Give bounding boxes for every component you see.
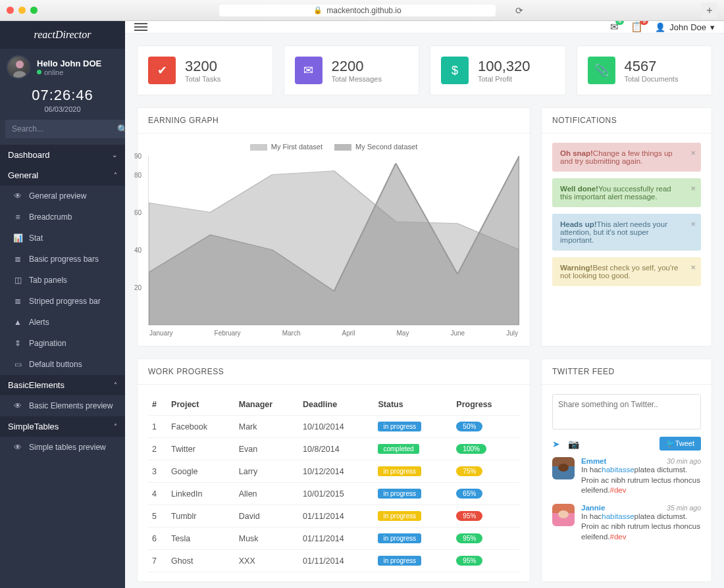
nav-item[interactable]: 📊Stat <box>0 228 125 249</box>
nav-item[interactable]: ▭Default buttons <box>0 354 125 375</box>
user-menu[interactable]: 👤 John Doe ▾ <box>655 22 715 32</box>
lock-icon: 🔒 <box>313 6 323 14</box>
twitter-panel: TWITTER FEED ➤ 📷 🐦Tweet Emmet30 min agoI… <box>541 358 712 582</box>
window-minimize-icon[interactable] <box>18 7 26 14</box>
table-row: 1FacebookMark10/10/2014in progress50% <box>148 416 519 438</box>
new-tab-button[interactable]: + <box>702 3 717 18</box>
table-header: Status <box>374 394 452 416</box>
nav-item-label: General preview <box>29 191 86 201</box>
status-badge: in progress <box>378 489 421 499</box>
status-badge: in progress <box>378 556 421 566</box>
table-row: 6TeslaMusk01/11/2014in progress95% <box>148 527 519 550</box>
status-badge: completed <box>378 444 419 454</box>
status-badge: in progress <box>378 511 421 521</box>
nav-item[interactable]: ≣Striped progress bar <box>0 291 125 312</box>
location-icon[interactable]: ➤ <box>552 439 560 449</box>
table-header: Deadline <box>299 394 374 416</box>
feed-author[interactable]: Jannie <box>581 504 605 512</box>
nav-basic-elements[interactable]: BasicElements˄ <box>0 375 125 395</box>
close-icon[interactable]: × <box>690 184 696 193</box>
window-maximize-icon[interactable] <box>30 7 38 14</box>
user-avatar-icon[interactable] <box>7 55 30 79</box>
tweet-textarea[interactable] <box>552 394 701 429</box>
chevron-up-icon: ˄ <box>114 172 117 179</box>
feed-hashtag[interactable]: #dev <box>609 486 626 494</box>
progress-badge: 95% <box>456 533 482 543</box>
nav-general[interactable]: General˄ <box>0 165 125 185</box>
legend-swatch-icon <box>334 144 351 151</box>
stat-label: Total Messages <box>332 75 382 83</box>
tasks-icon[interactable]: 📋9 <box>631 21 643 33</box>
nav-item[interactable]: ⇕Pagination <box>0 333 125 354</box>
feed-author[interactable]: Emmet <box>581 457 606 465</box>
nav-item[interactable]: ▲Alerts <box>0 312 125 333</box>
window-close-icon[interactable] <box>7 7 14 14</box>
sidebar: reactDirector Hello John DOE online 07:2… <box>0 21 125 588</box>
stat-value: 2200 <box>332 58 382 75</box>
user-status: online <box>44 68 63 76</box>
stat-label: Total Profit <box>478 75 530 83</box>
feed-text: In hachabitasseplatea dictumst. Proin ac… <box>581 512 701 543</box>
progress-badge: 95% <box>456 556 482 566</box>
avatar-icon[interactable] <box>552 504 575 526</box>
feed-link[interactable]: habitasse <box>602 512 634 520</box>
nav-item-label: Basic progress bars <box>29 255 99 264</box>
reload-icon[interactable]: ⟳ <box>515 5 523 16</box>
alert-success: ×Well done!You successfully read this im… <box>552 178 701 207</box>
nav-simple-tables[interactable]: SimpleTables˄ <box>0 416 125 437</box>
nav-icon: ▭ <box>13 360 22 369</box>
alert-title: Well done! <box>560 185 598 193</box>
feed-hashtag[interactable]: #dev <box>609 533 626 541</box>
url-bar[interactable]: 🔒 mackentoch.github.io <box>219 5 496 16</box>
close-icon[interactable]: × <box>690 262 696 272</box>
stat-icon: 📎 <box>588 57 615 84</box>
status-badge: in progress <box>378 533 421 543</box>
stat-card: 📎4567Total Documents <box>577 45 713 95</box>
close-icon[interactable]: × <box>690 148 696 158</box>
tweet-button[interactable]: 🐦Tweet <box>659 437 701 451</box>
table-row: 5TumblrDavid01/11/2014in progress95% <box>148 505 519 527</box>
avatar-icon[interactable] <box>552 457 575 479</box>
nav-dashboard[interactable]: Dashboard⌄ <box>0 145 125 165</box>
table-header: # <box>148 394 167 416</box>
eye-icon: 👁 <box>13 443 22 452</box>
clock: 07:26:46 06/03/2020 <box>0 83 125 120</box>
hamburger-icon[interactable] <box>134 21 147 33</box>
search-input[interactable] <box>5 120 117 138</box>
progress-badge: 100% <box>456 444 486 454</box>
y-tick-label: 90 <box>134 153 142 160</box>
legend-swatch-icon <box>250 144 267 151</box>
stat-label: Total Documents <box>625 75 679 83</box>
progress-badge: 65% <box>456 489 482 499</box>
chevron-down-icon: ▾ <box>710 22 715 32</box>
nav-icon: 👁 <box>13 191 22 201</box>
nav-item-label: Tab panels <box>29 276 67 285</box>
earning-title: EARNING GRAPH <box>138 108 530 134</box>
close-icon[interactable]: × <box>690 219 696 229</box>
nav-item[interactable]: ≡Breadcrumb <box>0 207 125 228</box>
nav-simple-tables-preview[interactable]: 👁 Simple tables preview <box>0 437 125 458</box>
y-tick-label: 60 <box>134 208 142 216</box>
alert-info: ×Heads up!This alert needs your attentio… <box>552 214 701 251</box>
y-tick-label: 40 <box>134 246 142 253</box>
nav-basic-elements-preview[interactable]: 👁 Basic Elements preview <box>0 395 125 416</box>
brand-logo[interactable]: reactDirector <box>0 21 125 49</box>
status-dot-icon <box>37 70 41 74</box>
stat-value: 100,320 <box>478 58 530 75</box>
alert-title: Heads up! <box>560 220 597 228</box>
nav-item[interactable]: 👁General preview <box>0 185 125 207</box>
work-progress-panel: WORK PROGRESS #ProjectManagerDeadlineSta… <box>137 358 530 582</box>
feed-link[interactable]: habitasse <box>602 466 634 474</box>
stat-label: Total Tasks <box>185 75 220 83</box>
feed-item: Emmet30 min agoIn hachabitasseplatea dic… <box>552 457 701 496</box>
stat-value: 3200 <box>185 58 220 75</box>
nav-item-label: Pagination <box>29 339 66 348</box>
stat-value: 4567 <box>625 58 679 75</box>
nav-item-label: Alerts <box>29 318 49 327</box>
mail-icon[interactable]: ✉4 <box>610 21 619 33</box>
table-header: Manager <box>235 394 299 416</box>
nav-item[interactable]: ≣Basic progress bars <box>0 249 125 270</box>
nav-item[interactable]: ◫Tab panels <box>0 270 125 291</box>
earning-chart: 2040608090 <box>148 156 519 326</box>
camera-icon[interactable]: 📷 <box>568 439 579 449</box>
